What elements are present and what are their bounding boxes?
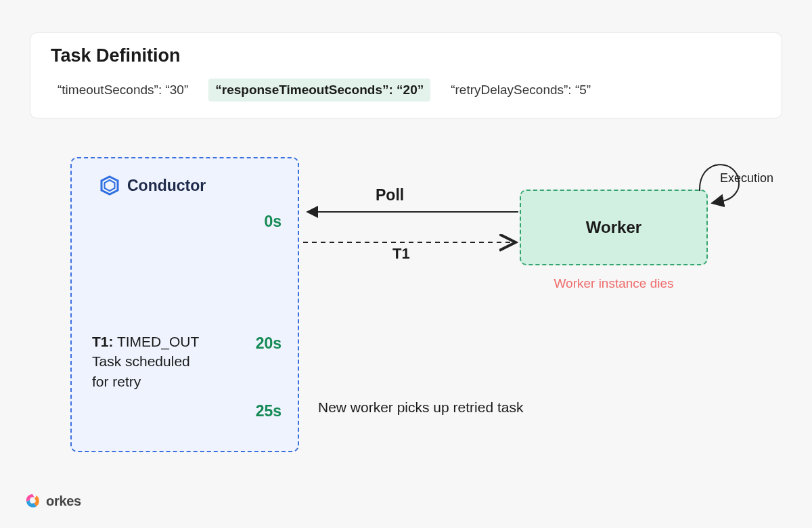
time-20s: 20s — [256, 334, 281, 353]
task-id: T1: — [92, 334, 114, 349]
conductor-header: Conductor — [99, 175, 284, 196]
orkes-brand-text: orkes — [46, 493, 81, 509]
param-retry-delay: “retryDelaySeconds”: “5” — [444, 79, 597, 102]
orkes-logo-icon — [24, 493, 41, 509]
execution-label: Execution — [720, 171, 773, 185]
task-status-line2: Task scheduled — [92, 351, 199, 371]
poll-label: Poll — [376, 186, 404, 204]
conductor-logo-icon — [99, 175, 120, 196]
task-definition-card: Task Definition “timeoutSeconds”: “30” “… — [30, 32, 782, 118]
param-response-timeout: “responseTimeoutSeconds”: “20” — [208, 79, 430, 102]
task-definition-title: Task Definition — [51, 45, 761, 66]
task-status-block: T1: TIMED_OUT Task scheduled for retry — [92, 332, 199, 391]
conductor-name: Conductor — [127, 177, 206, 195]
param-timeout: “timeoutSeconds”: “30” — [51, 79, 195, 102]
worker-dies-text: Worker instance dies — [520, 276, 708, 291]
time-0s: 0s — [264, 213, 281, 231]
task-definition-params: “timeoutSeconds”: “30” “responseTimeoutS… — [51, 79, 761, 102]
worker-box: Worker — [520, 190, 708, 265]
task-state: TIMED_OUT — [114, 334, 200, 349]
task-status-line3: for retry — [92, 372, 199, 391]
new-worker-text: New worker picks up retried task — [318, 399, 523, 416]
t1-label: T1 — [392, 245, 410, 263]
conductor-box: Conductor 0s 20s 25s T1: TIMED_OUT Task … — [70, 157, 299, 452]
time-25s: 25s — [256, 402, 281, 420]
orkes-logo: orkes — [24, 493, 81, 509]
svg-marker-1 — [105, 180, 115, 191]
worker-label: Worker — [586, 218, 641, 237]
